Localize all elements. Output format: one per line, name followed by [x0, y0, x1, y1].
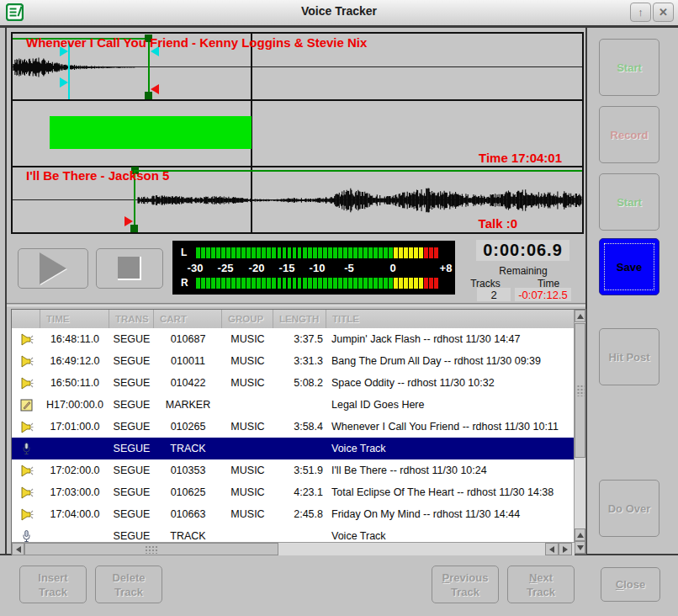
record-button[interactable]: Record	[599, 106, 659, 163]
header-time[interactable]: TIME	[40, 310, 109, 328]
voice-track-region[interactable]	[50, 116, 252, 149]
cell-cart: 010663	[154, 503, 222, 525]
cell-title: Space Oddity -- rdhost 11/30 10:32	[331, 372, 575, 394]
insert-track-button[interactable]: InsertTrack	[19, 566, 87, 603]
remaining-tracks-value: 2	[477, 288, 511, 301]
log-row[interactable]: SEGUETRACKVoice Track	[12, 438, 575, 459]
log-row[interactable]: 17:03:00.0SEGUE010625MUSIC4:23.1Total Ec…	[12, 481, 575, 503]
close-window-button[interactable]: ✕	[653, 3, 674, 22]
cell-time: 16:48:11.0	[40, 328, 109, 350]
cell-length: 3:58.4	[273, 416, 323, 438]
cell-cart: 010422	[154, 372, 222, 394]
cell-trans: SEGUE	[109, 394, 154, 416]
delete-track-button[interactable]: DeleteTrack	[95, 566, 162, 603]
cell-time	[40, 525, 109, 542]
speaker-icon	[12, 350, 40, 372]
header-group[interactable]: GROUP	[222, 310, 273, 328]
cell-group	[222, 438, 273, 459]
track1-waveform	[13, 49, 135, 86]
cell-trans: SEGUE	[109, 372, 154, 394]
scroll-left-button-2[interactable]	[545, 543, 559, 555]
cell-trans: SEGUE	[109, 525, 154, 542]
stop-icon	[118, 257, 141, 280]
speaker-icon	[12, 481, 40, 503]
log-rows: 16:48:11.0SEGUE010687MUSIC3:37.5Jumpin' …	[12, 328, 575, 542]
start-track1-button[interactable]: Start	[599, 39, 659, 96]
cell-trans: SEGUE	[109, 481, 154, 503]
log-row[interactable]: 17:01:00.0SEGUE010265MUSIC3:58.4Whenever…	[12, 416, 575, 438]
cell-time: 16:50:11.0	[40, 372, 109, 394]
meter-scale-tick: -30	[188, 262, 204, 274]
vertical-scrollbar[interactable]	[574, 310, 585, 554]
titlebar: Voice Tracker ↑ ✕	[0, 0, 678, 27]
start-track2-button[interactable]: Start	[599, 173, 659, 231]
stop-button[interactable]	[96, 248, 163, 289]
log-row[interactable]: 17:04:00.0SEGUE010663MUSIC2:45.8Friday O…	[12, 503, 575, 525]
cell-length: 3:37.5	[273, 328, 323, 350]
next-track-button[interactable]: NextTrack	[507, 566, 575, 603]
elapsed-time-display: 0:00:06.9	[476, 240, 569, 261]
speaker-icon	[12, 372, 40, 394]
header-cart[interactable]: CART	[154, 310, 222, 328]
log-row[interactable]: H17:00:00.0SEGUEMARKERLegal ID Goes Here	[12, 394, 575, 416]
header-title[interactable]: TITLE	[326, 310, 575, 328]
speaker-icon	[12, 328, 40, 350]
separator	[7, 303, 585, 306]
cell-group	[222, 525, 273, 542]
cell-group: MUSIC	[222, 503, 273, 525]
time-readout: Time 17:04:01	[479, 151, 562, 165]
header-trans[interactable]: TRANS	[109, 310, 154, 328]
hit-post-button[interactable]: Hit Post	[599, 328, 659, 385]
cell-trans: SEGUE	[109, 416, 154, 438]
fade-marker-track1-icon[interactable]	[151, 84, 159, 94]
do-over-button[interactable]: Do Over	[599, 480, 659, 537]
scroll-right-button[interactable]	[559, 543, 572, 555]
scroll-up-button-2[interactable]	[575, 528, 585, 541]
talk-readout: Talk :0	[479, 216, 517, 231]
scroll-left-button[interactable]	[12, 543, 24, 555]
track1-title: Whenever I Call You Friend - Kenny Loggi…	[26, 35, 367, 50]
horizontal-scrollbar[interactable]	[12, 542, 575, 555]
vscroll-thumb[interactable]	[575, 323, 585, 458]
scroll-up-button[interactable]	[575, 310, 585, 322]
meter-scale: -30-25-20-15-10-50+8	[172, 262, 455, 274]
log-row[interactable]: 16:50:11.0SEGUE010422MUSIC5:08.2Space Od…	[12, 372, 575, 394]
mic-icon	[12, 438, 40, 459]
cell-length	[273, 394, 323, 416]
close-button[interactable]: Close	[601, 567, 660, 602]
cell-time	[40, 438, 109, 459]
waveform-editor[interactable]: Whenever I Call You Friend - Kenny Loggi…	[11, 32, 584, 234]
cell-trans: SEGUE	[109, 438, 154, 459]
previous-track-button[interactable]: PreviousTrack	[432, 566, 499, 603]
play-icon	[40, 252, 66, 284]
scroll-down-button[interactable]	[575, 541, 585, 554]
cell-title: Total Eclipse Of The Heart -- rdhost 11/…	[331, 481, 575, 503]
cell-title: Bang The Drum All Day -- rdhost 11/30 09…	[331, 350, 575, 372]
log-row[interactable]: 16:49:12.0SEGUE010011MUSIC3:31.3Bang The…	[12, 350, 575, 372]
cell-cart: TRACK	[154, 525, 222, 542]
cue-marker-right-bottom-icon[interactable]	[60, 77, 68, 88]
cell-time: 16:49:12.0	[40, 350, 109, 372]
log-row[interactable]: SEGUETRACKVoice Track	[12, 525, 575, 542]
meter-scale-tick: -10	[310, 262, 326, 274]
log-row[interactable]: 16:48:11.0SEGUE010687MUSIC3:37.5Jumpin' …	[12, 328, 575, 350]
meter-scale-tick: -20	[249, 262, 265, 274]
cell-title: I'll Be There -- rdhost 11/30 10:24	[331, 459, 575, 481]
cell-length: 5:08.2	[273, 372, 323, 394]
cell-group: MUSIC	[222, 328, 273, 350]
cell-length: 2:45.8	[273, 503, 323, 525]
cell-cart: TRACK	[154, 438, 222, 459]
track2-start-line-h	[135, 170, 582, 172]
header-length[interactable]: LENGTH	[273, 310, 326, 328]
log-row[interactable]: 17:02:00.0SEGUE010353MUSIC3:51.9I'll Be …	[12, 459, 575, 481]
track2-start-handle-bottom[interactable]	[130, 225, 138, 232]
save-button[interactable]: Save	[599, 238, 659, 295]
header-icon-col[interactable]	[12, 310, 40, 328]
maximize-button[interactable]: ↑	[630, 3, 651, 22]
cell-time: 17:04:00.0	[40, 503, 109, 525]
cell-trans: SEGUE	[109, 328, 154, 350]
meter-scale-tick: +8	[440, 262, 453, 274]
cell-trans: SEGUE	[109, 459, 154, 481]
play-button[interactable]	[18, 248, 88, 289]
hscroll-thumb[interactable]	[24, 543, 278, 555]
